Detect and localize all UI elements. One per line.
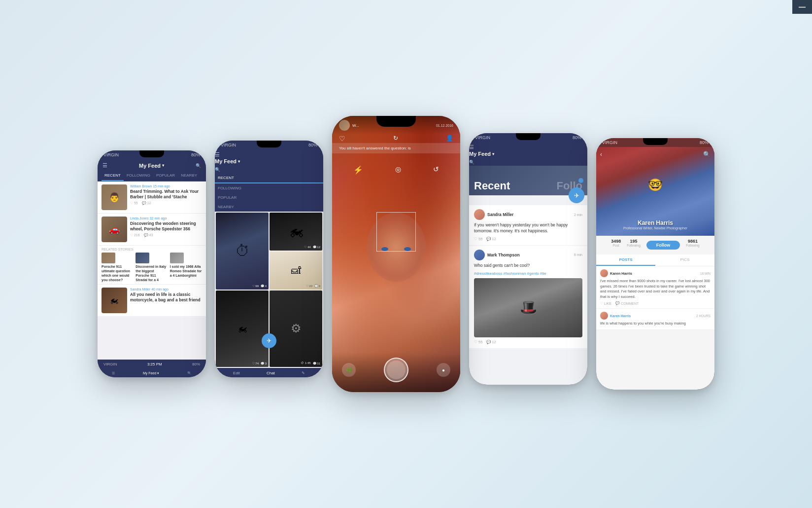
article-content-3: Sandra Miller 40 min ago All you need in… bbox=[130, 288, 202, 303]
menu-icon-p2[interactable]: ☰ bbox=[215, 151, 220, 157]
camera-controls-top: ⚡ ◎ ↺ bbox=[332, 165, 460, 175]
notch-phone2 bbox=[257, 141, 281, 147]
profile-post-2: Karen Harris 2 HOURS life is what happen… bbox=[596, 309, 714, 330]
profile-header-img: 🤓 ‹ 🔍 Karen Harris Professional Writer, … bbox=[596, 147, 714, 236]
profile-post-author-2: Karen Harris bbox=[610, 314, 631, 318]
post-stats-1-p4: ♡ 55 💬 12 bbox=[474, 237, 582, 241]
tab-posts-p5[interactable]: POSTS bbox=[596, 254, 655, 266]
post-likes-1-p4[interactable]: ♡ 55 bbox=[474, 237, 482, 241]
phone-center-camera: W... 01.12.2016 ♡ ↻ 👤 You sill haven't a… bbox=[332, 116, 460, 392]
camera-username: W... bbox=[352, 123, 359, 128]
flash-icon[interactable]: ⚡ bbox=[353, 165, 363, 175]
back-button[interactable]: ‹ bbox=[600, 151, 602, 158]
tab-nearby-p2[interactable]: NEARBY bbox=[215, 202, 323, 212]
search-icon-phone1[interactable]: 🔍 bbox=[196, 163, 201, 168]
post-stats-2-p4: ♡ 55 💬 12 bbox=[474, 340, 582, 344]
fab-btn-p2[interactable]: ✈ bbox=[262, 333, 276, 348]
minimize-button[interactable]: — bbox=[792, 0, 812, 14]
article-title-3: All you need in life is a classic motorc… bbox=[130, 292, 202, 303]
person-icon[interactable]: 👤 bbox=[446, 135, 453, 143]
camera-user-info: W... bbox=[339, 120, 359, 131]
related-title-2: Discovered in Italy the biggest Porsche … bbox=[135, 264, 168, 282]
bottom-carrier-p1: VIRGIN bbox=[103, 362, 117, 366]
tab-recent-phone1[interactable]: RECENT bbox=[102, 171, 124, 181]
bottom-nav-search[interactable]: 🔍 bbox=[187, 371, 192, 375]
profile-bio: Professional Writer, Newbie Photographer bbox=[596, 226, 714, 230]
rotate-icon[interactable]: ↺ bbox=[433, 165, 439, 175]
tab-popular-phone1[interactable]: POPULAR bbox=[153, 171, 178, 181]
grid-stats-interior: ♡ 20 💬 9 bbox=[306, 284, 320, 288]
fab-btn-p4[interactable]: ✈ bbox=[569, 187, 584, 203]
edit-btn-p2[interactable]: Edit bbox=[233, 371, 240, 375]
shutter-button[interactable] bbox=[384, 358, 408, 382]
camera-bottom: 🌿 ● bbox=[332, 353, 460, 392]
related-item-3[interactable]: I sold my 1968 Alfa Romeo Stradale for a… bbox=[170, 253, 202, 282]
timer-icon[interactable]: ◎ bbox=[395, 165, 401, 175]
comment-action[interactable]: 💬 COMMENT bbox=[615, 301, 639, 305]
battery-p2: 80% bbox=[308, 143, 317, 147]
tab-following-phone1[interactable]: FOLLOWING bbox=[124, 171, 153, 181]
menu-icon-p4[interactable]: ☰ bbox=[469, 144, 474, 150]
grid-row-1: ♡ 99 💬 4 ♡ 44 💬 12 bbox=[216, 213, 322, 290]
article-thumb-1: 👨 bbox=[102, 184, 127, 210]
compose-btn-p2[interactable]: ✎ bbox=[302, 371, 305, 375]
profile-post-actions-1: ♡ LIKE 💬 COMMENT bbox=[600, 301, 710, 305]
article-title-2: Discovering the wooden steering wheel, P… bbox=[130, 221, 202, 232]
post-likes-2-p4[interactable]: ♡ 55 bbox=[474, 340, 482, 344]
shutter-inner bbox=[387, 361, 406, 379]
chat-btn-p2[interactable]: Chat bbox=[267, 371, 275, 375]
phone-1-myfeed: VIRGIN 3:25 PM 80% ☰ My Feed ▾ 🔍 RECENT … bbox=[98, 150, 206, 377]
grid-cell-moto[interactable]: ♡ 44 💬 12 bbox=[270, 213, 322, 251]
follow-button[interactable]: Follow bbox=[646, 241, 680, 250]
related-title-3: I sold my 1968 Alfa Romeo Stradale for a… bbox=[170, 264, 202, 278]
bottom-time-p1: 3:25 PM bbox=[147, 362, 162, 366]
article-card-3[interactable]: 🏍 Sandra Miller 40 min ago All you need … bbox=[98, 285, 206, 317]
header-phone2: ☰ My Feed ▾ 🔍 bbox=[215, 149, 323, 173]
search-icon-p4[interactable]: 🔍 bbox=[469, 160, 474, 165]
heart-icon[interactable]: ♡ bbox=[339, 135, 345, 143]
flip-camera-icon[interactable]: ● bbox=[437, 363, 450, 377]
grid-cell-watch[interactable]: ♡ 99 💬 4 bbox=[216, 213, 269, 290]
bottom-nav-phone1: ☰ My Feed ▾ 🔍 bbox=[98, 368, 206, 377]
grid-cell-interior[interactable]: ♡ 20 💬 9 bbox=[270, 252, 322, 290]
menu-icon-phone1[interactable]: ☰ bbox=[102, 162, 107, 169]
grid-stats-moto: ♡ 44 💬 12 bbox=[304, 245, 320, 249]
grid-cell-rider[interactable]: ♡ 74 💬 3 bbox=[216, 290, 269, 367]
article-title-1: Beard Trimming. What to Ask Your Barber … bbox=[130, 189, 202, 200]
article-thumb-3: 🏍 bbox=[102, 288, 127, 313]
camera-focus-box bbox=[376, 212, 416, 252]
profile-post-text-1: I've missed more than 9000 shots in my c… bbox=[600, 279, 710, 299]
tabs-phone1: RECENT FOLLOWING POPULAR NEARBY bbox=[98, 171, 206, 181]
battery-phone1: 80% bbox=[191, 152, 200, 157]
post-header-1-p4: Sandra Miller 2 min bbox=[474, 209, 582, 220]
related-item-1[interactable]: Porsche 911 ultimate question which one … bbox=[102, 253, 134, 282]
profile-post-av-1 bbox=[600, 269, 608, 277]
article-card-1[interactable]: 👨 William Brown 15 min ago Beard Trimmin… bbox=[98, 181, 206, 214]
header-title-p4: My Feed ▾ bbox=[469, 151, 587, 157]
notch-phone5 bbox=[643, 138, 668, 145]
header-phone1: ☰ My Feed ▾ 🔍 bbox=[98, 159, 206, 171]
tab-popular-p2[interactable]: POPULAR bbox=[215, 193, 323, 202]
article-card-2[interactable]: 🚗 Linda Jones 32 min ago Discovering the… bbox=[98, 214, 206, 246]
gallery-icon[interactable]: 🌿 bbox=[342, 363, 356, 377]
post-time-2-p4: 8 min bbox=[574, 253, 582, 256]
profile-post-time-2: 2 HOURS bbox=[696, 314, 710, 318]
share-icon[interactable]: ↻ bbox=[393, 135, 398, 143]
article-stats-2: ♡ 216 💬 43 bbox=[130, 233, 202, 237]
tab-nearby-phone1[interactable]: NEARBY bbox=[178, 171, 200, 181]
grid-stats-watch: ♡ 99 💬 4 bbox=[252, 284, 267, 288]
bottom-nav-menu[interactable]: ☰ bbox=[112, 371, 115, 375]
profile-post-header-1: Karen Harris 16 MIN bbox=[600, 269, 710, 277]
grid-cell-gears[interactable]: ⏱ 1:45 💬 31 bbox=[270, 290, 322, 367]
like-action[interactable]: ♡ LIKE bbox=[600, 301, 611, 305]
tab-following-p2[interactable]: FOLLOWING bbox=[215, 183, 323, 193]
profile-post-header-2: Karen Harris 2 HOURS bbox=[600, 312, 710, 320]
search-icon-p2[interactable]: 🔍 bbox=[215, 167, 220, 172]
post-comments-1-p4[interactable]: 💬 12 bbox=[486, 237, 496, 241]
tab-pics-p5[interactable]: PICS bbox=[655, 254, 714, 266]
tab-recent-p2[interactable]: RECENT bbox=[215, 173, 323, 183]
related-item-2[interactable]: Discovered in Italy the biggest Porsche … bbox=[135, 253, 168, 282]
search-button-p5[interactable]: 🔍 bbox=[703, 151, 710, 158]
bottom-nav-feed[interactable]: My Feed ▾ bbox=[143, 371, 159, 375]
post-comments-2-p4[interactable]: 💬 12 bbox=[486, 340, 496, 344]
